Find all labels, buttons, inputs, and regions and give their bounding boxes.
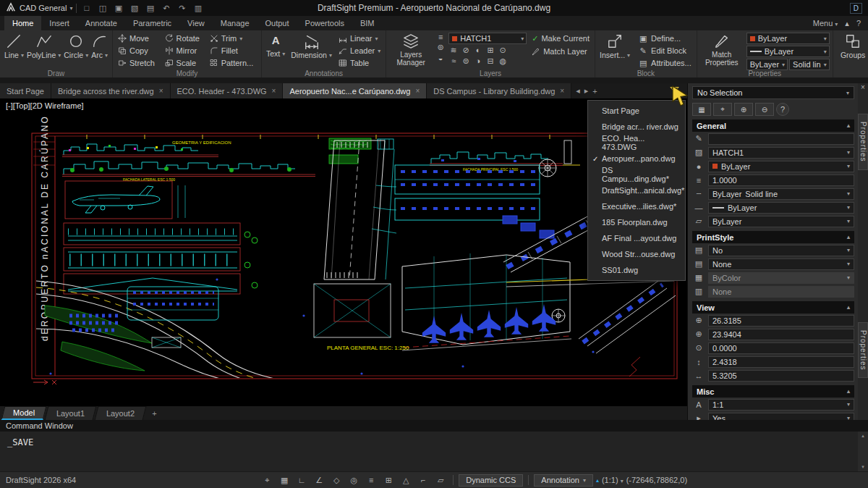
open-file-icon[interactable]: ◫ — [96, 2, 109, 14]
quick-input-icon[interactable]: ⊞ — [381, 474, 396, 487]
menu-item-wood-structure[interactable]: Wood Str...ouse.dwg — [588, 246, 685, 262]
close-icon[interactable]: × — [272, 87, 276, 95]
tab-bim[interactable]: BIM — [352, 16, 383, 30]
lineweight-toggle-icon[interactable]: ≡ — [364, 474, 378, 487]
pattern-tool-button[interactable]: Pattern... — [208, 57, 258, 69]
menu-item-executive[interactable]: Executive...ilies.dwg* — [588, 198, 685, 214]
ccs-icon[interactable]: ⌐ — [416, 474, 430, 487]
doc-tab-eco-header[interactable]: ECO. Header - 473.DWG × — [171, 83, 284, 98]
leader-tool-button[interactable]: Leader▾ — [336, 45, 383, 56]
rotate-tool-button[interactable]: Rotate — [163, 33, 205, 44]
stretch-tool-button[interactable]: Stretch — [116, 57, 160, 69]
transparency-toggle-icon[interactable]: ▱ — [433, 474, 448, 487]
layer-tool-icon[interactable]: ◒ — [435, 54, 446, 62]
menu-item-ds-campus[interactable]: DS Campu...ding.dwg* — [588, 167, 685, 182]
tab-annotate[interactable]: Annotate — [77, 16, 125, 30]
command-scrollbar[interactable]: ▴ ▾ — [858, 432, 868, 471]
layer-state-icon[interactable]: ⊞ — [485, 46, 495, 55]
height-field[interactable]: 2.4318 — [708, 356, 854, 368]
linestyle-field[interactable]: ByLayerSolid line▾ — [708, 188, 854, 200]
add-layout-button[interactable]: + — [146, 406, 162, 420]
copy-tool-button[interactable]: Copy — [116, 45, 160, 56]
printstyle-table-field[interactable]: None▾ — [708, 258, 854, 270]
layer-state-icon[interactable]: ◐ — [473, 46, 483, 55]
tab-output[interactable]: Output — [258, 16, 297, 30]
menu-item-start-page[interactable]: Start Page — [588, 103, 685, 119]
center-x-field[interactable]: 26.3185 — [708, 315, 854, 327]
etrack-icon[interactable]: ◎ — [346, 474, 361, 487]
command-window-header[interactable]: Command Window — [0, 420, 868, 432]
section-misc[interactable]: Misc ▴ — [692, 385, 854, 397]
scroll-up-icon[interactable]: ▴ — [861, 433, 864, 439]
save-icon[interactable]: ▣ — [112, 2, 124, 14]
match-layer-button[interactable]: Match Layer — [529, 46, 592, 57]
tab-view[interactable]: View — [179, 16, 213, 30]
tab-parametric[interactable]: Parametric — [125, 16, 179, 30]
close-palette-icon[interactable]: × — [861, 83, 865, 95]
section-view[interactable]: View ▴ — [692, 301, 854, 314]
close-icon[interactable]: × — [415, 87, 420, 95]
help-icon[interactable]: ? — [856, 19, 861, 28]
grid-icon[interactable]: ▦ — [277, 474, 292, 487]
layer-state-icon[interactable]: ⊙ — [498, 46, 508, 55]
menu-button[interactable]: Menu ▾ — [813, 19, 838, 28]
annotation-scale-field[interactable]: 1:1▾ — [708, 399, 854, 411]
menu-item-eco[interactable]: ECO. Hea... 473.DWG — [588, 135, 685, 151]
define-block-button[interactable]: ▣Define... — [636, 33, 694, 44]
remove-selection-button[interactable]: ⊖ — [755, 103, 774, 116]
print-icon[interactable]: ▤ — [144, 2, 156, 14]
menu-item-af-final[interactable]: AF Final ...ayout.dwg — [588, 230, 685, 246]
scale-selector[interactable]: (1:1) ▾ — [602, 476, 624, 484]
sheet-icon[interactable]: ▥ — [192, 2, 204, 14]
scale-tool-button[interactable]: Scale — [163, 57, 205, 69]
annotation-button[interactable]: Annotation ▾ — [534, 474, 593, 487]
lineweight-field[interactable]: ByLayer▾ — [708, 202, 854, 214]
layer-state-icon[interactable]: ◑ — [473, 56, 483, 66]
edit-block-button[interactable]: ✎Edit Block — [636, 45, 694, 56]
doc-tab-bridge[interactable]: Bridge across the river.dwg × — [51, 83, 171, 98]
attributes-button[interactable]: ▤Attributes... — [636, 57, 694, 69]
match-properties-button[interactable]: Match Properties — [700, 33, 744, 70]
annotative-field[interactable] — [708, 133, 854, 145]
doc-tab-start-page[interactable]: Start Page — [0, 83, 51, 98]
width-field[interactable]: 5.3205 — [708, 370, 854, 382]
linescale-field[interactable]: 1.0000 — [708, 174, 854, 186]
new-tab-button[interactable]: + — [592, 87, 597, 96]
layers-manager-button[interactable]: Layers Manager — [389, 33, 433, 67]
menu-item-185-floorplan[interactable]: 185 Floorplan.dwg — [588, 214, 685, 230]
doc-tab-ds-campus[interactable]: DS Campus - Library Building.dwg × — [427, 83, 571, 98]
layer-state-icon[interactable]: ⊟ — [485, 56, 495, 66]
tab-scroll-right-icon[interactable]: ▸ — [584, 86, 589, 96]
scroll-down-icon[interactable]: ▾ — [861, 464, 864, 470]
mirror-tool-button[interactable]: Mirror — [163, 45, 205, 56]
new-file-icon[interactable]: □ — [80, 2, 93, 14]
add-selection-button[interactable]: ⊕ — [734, 103, 753, 116]
lineweight-combo[interactable]: ByLayer ▾ — [746, 46, 830, 57]
layer-tool-icon[interactable]: ≡ — [435, 33, 446, 41]
linecolor-combo[interactable]: ByLayer ▾ — [746, 59, 788, 70]
close-icon[interactable]: × — [560, 87, 564, 95]
menu-item-draftsight-mech[interactable]: DraftSight...anical.dwg* — [588, 182, 685, 198]
palette-tab-properties[interactable]: Properties — [858, 114, 868, 170]
tab-scroll-left-icon[interactable]: ◂ — [576, 86, 580, 96]
snap-icon[interactable]: ⌖ — [260, 474, 274, 487]
menu-item-bridge[interactable]: Bridge acr... river.dwg — [588, 119, 685, 135]
undo-icon[interactable]: ↶ — [160, 2, 172, 14]
close-icon[interactable]: × — [159, 87, 163, 95]
layer-state-icon[interactable]: ≋ — [448, 46, 459, 55]
trim-tool-button[interactable]: Trim▾ — [208, 33, 258, 44]
layer-combo[interactable]: HATCH1 ▾ — [448, 33, 527, 44]
table-tool-button[interactable]: Table — [336, 57, 383, 69]
selection-combo[interactable]: No Selection ▾ — [692, 86, 854, 99]
insert-block-button[interactable]: Insert...▾ — [598, 33, 631, 69]
redo-icon[interactable]: ↷ — [176, 2, 188, 14]
layout1-tab[interactable]: Layout1 — [45, 406, 97, 420]
section-printstyle[interactable]: PrintStyle ▴ — [692, 231, 854, 243]
select-elements-button[interactable]: ⌖ — [713, 103, 732, 116]
groups-button[interactable]: Groups — [839, 33, 867, 60]
make-current-button[interactable]: ✓ Make Current — [529, 33, 592, 44]
collapse-ribbon-icon[interactable]: ▴ — [845, 19, 849, 28]
help-button[interactable]: ? — [776, 103, 789, 116]
polar-icon[interactable]: ∠ — [312, 474, 326, 487]
doc-tab-aeropuerto[interactable]: Aeropuerto Nac...e Carúpano.dwg × — [283, 83, 427, 98]
